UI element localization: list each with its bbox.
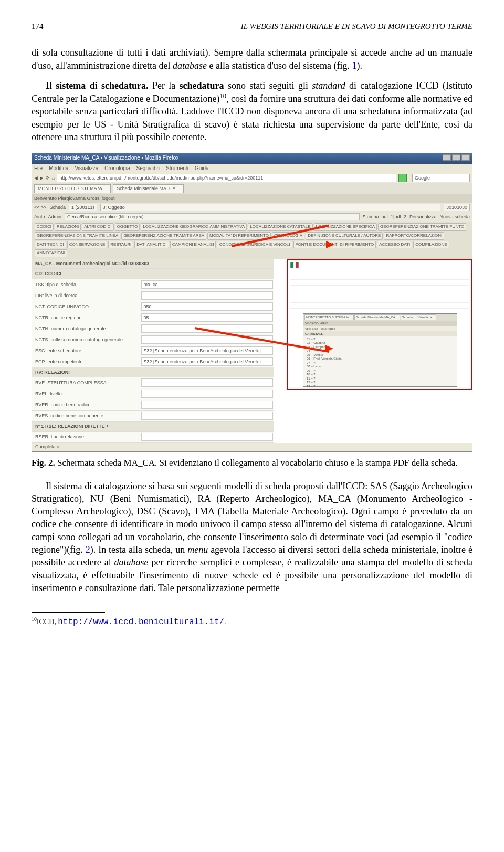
statusbar: Completato	[32, 443, 472, 451]
figref-2[interactable]: 2	[86, 544, 90, 555]
field-value[interactable]	[141, 335, 273, 344]
stampa-link[interactable]: Stampa: pdf_1|pdf_2	[363, 214, 406, 220]
nuova-scheda-link[interactable]: Nuova scheda	[439, 214, 470, 220]
running-header: 174 IL WEBGIS TERRITORIALE E DI SCAVO DI…	[32, 21, 472, 31]
personalizza-link[interactable]: Personalizza	[410, 214, 437, 220]
category-chip[interactable]: RAPPORTO/CORRELAZIONI	[384, 232, 444, 240]
field-row: NCT: CODICE UNIVOCO050	[32, 301, 274, 312]
subwin-group: CATASTALE	[303, 331, 457, 336]
browser-tab[interactable]: MONTEGROTTO SISTEMA W…	[34, 184, 111, 193]
footnote-url[interactable]: http://www.iccd.beniculturali.it/	[58, 617, 224, 627]
field-label: NCTN: numero catalogo generale	[32, 324, 140, 333]
category-chip[interactable]: CODICI	[35, 223, 54, 231]
nav-arrows[interactable]: << >>	[34, 204, 47, 211]
category-chip[interactable]: LOCALIZZAZIONE GEOGRAFICO-AMMINISTRATIVA	[141, 223, 247, 231]
field-label: NCTR: codice regione	[32, 313, 140, 322]
footnote-10: 10ICCD, http://www.iccd.beniculturali.it…	[32, 616, 472, 628]
category-chip[interactable]: OGGETTO	[115, 223, 140, 231]
category-chip[interactable]: CAMPIONI E ANALISI	[170, 241, 216, 249]
italy-flag-icon	[290, 262, 299, 268]
arrowhead-icon	[326, 241, 334, 248]
field-value[interactable]	[141, 412, 273, 420]
browser-menubar[interactable]: FileModificaVisualizzaCronologiaSegnalib…	[32, 164, 472, 173]
field-label: RVE: STRUTTURA COMPLESSA	[32, 378, 140, 387]
vocab-list[interactable]: 01 – ?02 – Calabria03 – Campania04 – ?05…	[303, 336, 457, 390]
field-row: RVE: STRUTTURA COMPLESSA	[32, 377, 274, 388]
vocab-item[interactable]: 01 – ?	[307, 338, 454, 342]
category-chip[interactable]: FONTI E DOCUMENTI DI RIFERIMENTO	[293, 241, 376, 249]
field-value[interactable]	[141, 433, 273, 441]
category-chip[interactable]: CONSERVAZIONE	[67, 241, 108, 249]
reload-icon[interactable]: ⟳	[46, 175, 50, 181]
field-value[interactable]: S32 [Soprintendenza per i Beni Archeolog…	[141, 346, 273, 355]
vocab-item[interactable]: 09 – ?	[307, 369, 454, 373]
field-label: RV: RELAZIONI	[32, 367, 140, 377]
field-row: n° 1 RSE: RELAZIONI DIRETTE +	[32, 422, 274, 432]
vocab-item[interactable]: 08 – Lazio	[307, 365, 454, 369]
field-row: RV: RELAZIONI	[32, 367, 274, 377]
paragraph-2: Il sistema di schedatura. Per la schedat…	[32, 79, 472, 143]
field-value[interactable]	[141, 401, 273, 409]
field-value[interactable]: S32 [Soprintendenza per i Beni Archeolog…	[141, 357, 273, 366]
category-chip[interactable]: GEOREFERENZIAZIONE TRAMITE AREA	[121, 232, 206, 240]
scheda-id[interactable]: 1 (200111)	[69, 204, 97, 211]
footnote-ref-10[interactable]: 10	[219, 92, 226, 100]
window-buttons[interactable]	[442, 154, 470, 163]
codice-field[interactable]: 30303030	[444, 204, 470, 211]
vocab-item[interactable]: 14 – ?	[307, 388, 454, 390]
back-icon[interactable]: ◀	[34, 175, 38, 181]
home-icon[interactable]: ⌂	[52, 175, 55, 181]
category-chip[interactable]: ALTRI CODICI	[82, 223, 113, 231]
field-label: RVES: codice bene componente	[32, 411, 140, 420]
field-value[interactable]	[141, 291, 273, 300]
category-chip[interactable]: DEFINIZIONE CULTURALE / AUTORE	[306, 232, 383, 240]
category-chip[interactable]: DATI TECNICI	[35, 241, 66, 249]
browser-search[interactable]: Google	[412, 174, 470, 182]
scheda-body: MA_CA - Monumenti archeologici NCT/id 03…	[32, 259, 472, 443]
vocab-item[interactable]: 12 – ?	[307, 381, 454, 385]
category-chip[interactable]: RELAZIONI	[55, 223, 81, 231]
vocab-item[interactable]: 13 – ?	[307, 385, 454, 389]
figure-caption: Fig. 2. Schermata scheda MA_CA. Si evide…	[32, 457, 472, 469]
subwin-tabs[interactable]: MONTEGROTTO SISTEMA W…Scheda Ministerial…	[303, 314, 457, 320]
app-row-1: << >> Scheda 1 (200111) 8: Oggetto 30303…	[32, 203, 472, 212]
field-value[interactable]	[141, 390, 273, 398]
vocab-item[interactable]: 10 – ?	[307, 373, 454, 377]
browser-tab[interactable]: Scheda Ministeriale MA_CA…	[113, 184, 184, 193]
url-field[interactable]: http://www.ketos.lettere.unipd.it/monteg…	[57, 174, 396, 182]
field-value[interactable]: ma_ca	[141, 280, 273, 289]
go-button[interactable]	[398, 174, 407, 182]
campi-select[interactable]: 8: Oggetto	[100, 204, 440, 211]
search-field[interactable]: Cerca/Ricerca semplice (filtro regex)	[65, 213, 359, 220]
field-value[interactable]: 050	[141, 302, 273, 311]
vocab-item[interactable]: 11 – ?	[307, 377, 454, 381]
field-label: RVEL: livello	[32, 389, 140, 398]
pdf-preview-panel: MONTEGROTTO SISTEMA W…Scheda Ministerial…	[287, 259, 472, 390]
category-chip[interactable]: COMPILAZIONE	[413, 241, 449, 249]
vocab-item[interactable]: 07 – ?	[307, 361, 454, 365]
field-label: RVER: codice bene radice	[32, 400, 140, 409]
category-chip[interactable]: GEOREFERENZIAZIONE TRAMITE PUNTO	[378, 223, 466, 231]
field-value[interactable]	[141, 378, 273, 387]
field-label: CD: CODICI	[32, 269, 140, 278]
subwin-toolbar[interactable]: Vedi tutto Testo regex	[303, 326, 457, 331]
category-chip[interactable]: RESTAURI	[108, 241, 133, 249]
field-row: TSK: tipo di schedama_ca	[32, 279, 274, 290]
field-row: NCTN: numero catalogo generale	[32, 323, 274, 334]
field-row: ESC: ente schedatoreS32 [Soprintendenza …	[32, 345, 274, 356]
category-chip[interactable]: GEOREFERENZIAZIONE TRAMITE LINEA	[35, 232, 120, 240]
category-chip[interactable]: ACCESSO DATI	[377, 241, 412, 249]
field-value[interactable]: 05	[141, 313, 273, 322]
arrowhead-icon	[325, 345, 333, 352]
vocab-item[interactable]: 05 – Veneto	[307, 353, 454, 357]
vocab-item[interactable]: 06 – Friuli-Venezia Giulia	[307, 357, 454, 361]
field-label: ECP: ente competente	[32, 357, 140, 366]
field-row: ECP: ente competenteS32 [Soprintendenza …	[32, 356, 274, 367]
figref-1[interactable]: 1	[352, 60, 357, 71]
category-chip[interactable]: DATI ANALITICI	[134, 241, 169, 249]
field-value[interactable]	[141, 324, 273, 333]
figure-screenshot: Scheda Ministeriale MA_CA • Visualizzazi…	[32, 153, 472, 451]
forward-icon[interactable]: ▶	[40, 175, 44, 181]
app-row-2: Aiuto Admin Cerca/Ricerca semplice (filt…	[32, 212, 472, 222]
category-chip[interactable]: ANNOTAZIONI	[35, 249, 67, 257]
